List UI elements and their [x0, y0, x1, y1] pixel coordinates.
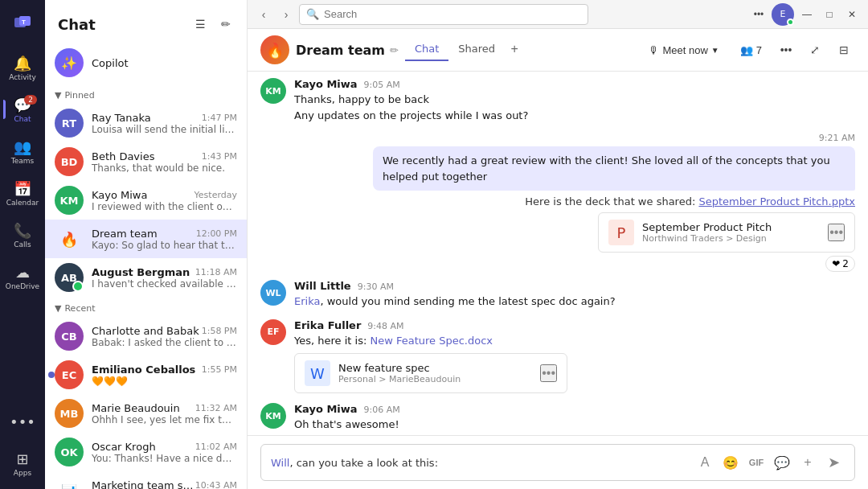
chat-item-marketing[interactable]: 📊 Marketing team sync 10:43 AM Erika: Ha… [45, 471, 247, 489]
chat-item-kayo-miwa[interactable]: KM Kayo Miwa Yesterday I reviewed with t… [45, 181, 247, 220]
chat-time: 1:47 PM [202, 113, 237, 123]
chat-preview: I reviewed with the client on Th... [92, 201, 237, 212]
back-button[interactable]: ‹ [254, 5, 273, 24]
message-meta: Erika Fuller 9:48 AM [294, 319, 855, 331]
pop-out-button[interactable]: ⤢ [804, 39, 826, 61]
chat-preview: Babak: I asked the client to send... [92, 337, 237, 348]
chat-content: Marketing team sync 10:43 AM Erika: Happ… [92, 479, 237, 490]
search-input[interactable] [324, 8, 581, 20]
compose-button[interactable]: ✏ [215, 13, 237, 35]
sidebar-item-more[interactable]: ••• [3, 402, 42, 441]
chat-item-dream-team[interactable]: 🔥 Dream team 12:00 PM Kayo: So glad to h… [45, 220, 247, 258]
message-row: KM Kayo Miwa 9:05 AM Thanks, happy to be… [260, 78, 855, 123]
file-name: September Product Pitch [642, 221, 820, 233]
pinned-section-label[interactable]: ▼ Pinned [45, 84, 247, 104]
sidebar-toggle-button[interactable]: ⊟ [833, 39, 855, 61]
file-more-button[interactable]: ••• [540, 364, 557, 382]
sidebar-item-teams[interactable]: 👥 Teams [3, 132, 42, 171]
sidebar-item-apps[interactable]: ⊞ Apps [3, 444, 42, 483]
message-input-text[interactable]: Will, can you take a look at this: [271, 457, 687, 469]
sidebar-title: Chat [58, 16, 96, 33]
filter-button[interactable]: ☰ [189, 13, 211, 35]
chat-time: 1:55 PM [202, 364, 237, 375]
sidebar-actions: ☰ ✏ [189, 13, 237, 35]
chevron-down-icon: ▼ [711, 46, 719, 55]
chat-item-oscar[interactable]: OK Oscar Krogh 11:02 AM You: Thanks! Hav… [45, 433, 247, 471]
file-info: New feature spec Personal > MarieBeaudou… [338, 362, 532, 384]
send-button[interactable]: ➤ [822, 451, 845, 474]
chevron-down-icon: ▼ [55, 90, 61, 101]
file-card: P September Product Pitch Northwind Trad… [598, 212, 855, 253]
message-text: Oh that's awesome! [294, 417, 855, 433]
chat-item-charlotte-babak[interactable]: CB Charlotte and Babak 1:58 PM Babak: I … [45, 317, 247, 355]
chat-sidebar: Chat ☰ ✏ ✨ Copilot ▼ Pinned RT Ray Tanak… [45, 0, 248, 489]
participants-button[interactable]: 👥 7 [734, 41, 768, 60]
message-avatar: EF [260, 319, 286, 345]
chat-content: Kayo Miwa Yesterday I reviewed with the … [92, 189, 237, 212]
meet-now-button[interactable]: 🎙 Meet now ▼ [641, 41, 727, 60]
group-avatar: 📊 [55, 476, 84, 489]
sticker-button[interactable]: 💬 [771, 451, 793, 474]
tab-shared[interactable]: Shared [448, 39, 505, 61]
recent-section-label[interactable]: ▼ Recent [45, 297, 247, 317]
chevron-down-icon: ▼ [55, 303, 61, 314]
edit-icon[interactable]: ✏ [390, 44, 399, 56]
mention: Erika [294, 295, 320, 307]
more-options-button[interactable]: ••• [749, 5, 768, 24]
more-chat-options-button[interactable]: ••• [775, 39, 797, 61]
avatar: KM [55, 186, 84, 215]
chat-name: Oscar Krogh [92, 441, 156, 453]
forward-button[interactable]: › [276, 5, 296, 24]
app-logo: T [3, 6, 42, 39]
file-link[interactable]: New Feature Spec.docx [370, 335, 493, 347]
channel-name: Dream team [296, 43, 385, 58]
top-bar-right: ••• E — □ ✕ [749, 3, 862, 26]
chat-item-marie[interactable]: MB Marie Beaudouin 11:32 AM Ohhh I see, … [45, 394, 247, 433]
chat-time: 11:18 AM [195, 267, 237, 277]
chat-item-august-bergman[interactable]: AB August Bergman 11:18 AM I haven't che… [45, 258, 247, 297]
more-icon: ••• [10, 413, 35, 430]
file-more-button[interactable]: ••• [828, 224, 845, 241]
left-rail: T 🔔 Activity 💬 Chat 2 👥 Teams 📅 Calendar… [0, 0, 45, 489]
search-bar[interactable]: 🔍 [299, 4, 588, 25]
attach-button[interactable]: + [796, 451, 819, 474]
chat-time: 11:02 AM [195, 442, 237, 452]
reaction-badge[interactable]: ❤ 2 [825, 256, 855, 272]
message-row: WL Will Little 9:30 AM Erika, would you … [260, 280, 855, 310]
message-meta: Kayo Miwa 9:06 AM [294, 403, 855, 415]
emoji-button[interactable]: 😊 [719, 451, 742, 474]
sidebar-item-calendar[interactable]: 📅 Calendar [3, 174, 42, 212]
message-time: 9:48 AM [367, 321, 403, 331]
chat-time: 11:32 AM [195, 403, 237, 413]
message-text: Any updates on the projects while I was … [294, 108, 855, 124]
gif-button[interactable]: GIF [745, 451, 768, 474]
message-input-box[interactable]: Will, can you take a look at this: A 😊 G… [260, 444, 855, 481]
chat-content: Marie Beaudouin 11:32 AM Ohhh I see, yes… [92, 402, 237, 425]
sidebar-item-onedrive[interactable]: ☁ OneDrive [3, 257, 42, 296]
chat-item-beth-davies[interactable]: BD Beth Davies 1:43 PM Thanks, that woul… [45, 142, 247, 181]
sidebar-item-calls[interactable]: 📞 Calls [3, 216, 42, 254]
avatar: OK [55, 438, 84, 466]
sidebar-item-chat[interactable]: 💬 Chat 2 [3, 90, 42, 129]
message-group: EF Erika Fuller 9:48 AM Yes, here it is:… [260, 319, 855, 396]
input-actions: A 😊 GIF 💬 + ➤ [694, 451, 845, 474]
add-tab-button[interactable]: + [505, 39, 524, 59]
avatar: CB [55, 322, 84, 351]
sidebar-list: ✨ Copilot ▼ Pinned RT Ray Tanaka 1:47 PM… [45, 42, 247, 489]
chat-item-ray-tanaka[interactable]: RT Ray Tanaka 1:47 PM Louisa will send t… [45, 104, 247, 142]
chat-item-emiliano[interactable]: EC Emiliano Ceballos 1:55 PM 🧡🧡🧡 [45, 355, 247, 394]
user-avatar[interactable]: E [772, 3, 794, 26]
channel-name-row: Dream team ✏ [296, 43, 399, 58]
tab-chat[interactable]: Chat [405, 39, 448, 61]
channel-info: Dream team ✏ [296, 43, 399, 58]
message-bubble: We recently had a great review with the … [373, 146, 855, 191]
close-button[interactable]: ✕ [842, 5, 862, 24]
file-link[interactable]: September Product Pitch.pptx [698, 195, 855, 208]
format-button[interactable]: A [694, 451, 716, 474]
sidebar-item-activity[interactable]: 🔔 Activity [3, 48, 42, 87]
channel-avatar: 🔥 [260, 35, 289, 64]
minimize-button[interactable]: — [797, 5, 817, 24]
copilot-item[interactable]: ✨ Copilot [45, 42, 247, 84]
maximize-button[interactable]: □ [820, 5, 839, 24]
header-right: 🎙 Meet now ▼ 👥 7 ••• ⤢ ⊟ [641, 39, 855, 61]
